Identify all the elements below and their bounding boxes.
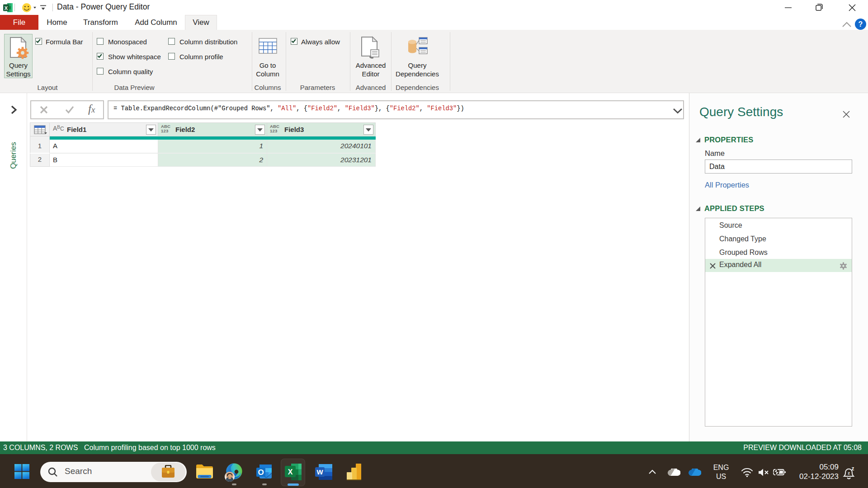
svg-text:X: X bbox=[5, 5, 8, 11]
svg-text:O: O bbox=[258, 468, 264, 477]
svg-text:W: W bbox=[316, 468, 323, 476]
svg-text:z: z bbox=[848, 470, 850, 475]
svg-text:z: z bbox=[852, 467, 854, 472]
svg-text:X: X bbox=[288, 468, 293, 476]
